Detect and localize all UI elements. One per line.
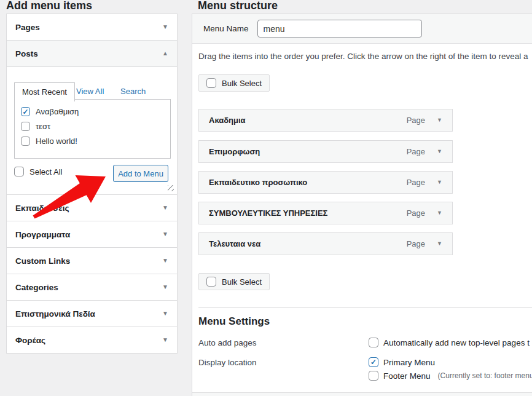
menu-item-row[interactable]: Ακαδημια Page ▼ xyxy=(198,109,453,132)
menu-item-title: Εκπαιδευτικο προσωπικο xyxy=(209,178,307,187)
bulk-select-label: Bulk Select xyxy=(222,79,262,88)
bulk-select-checkbox[interactable] xyxy=(206,78,216,88)
accordion-foreas[interactable]: Φορέας ▼ xyxy=(7,327,177,353)
chevron-down-icon: ▼ xyxy=(162,337,168,343)
accordion-label: Προγραμματα xyxy=(15,230,70,239)
auto-add-checkbox[interactable] xyxy=(369,338,378,347)
post-list-item[interactable]: Hello world! xyxy=(15,137,170,146)
primary-menu-option[interactable]: ✓ Primary Menu xyxy=(369,357,435,367)
tab-view-all[interactable]: View All xyxy=(76,87,104,96)
chevron-down-icon: ▼ xyxy=(162,24,168,30)
tab-most-recent[interactable]: Most Recent xyxy=(14,82,75,101)
chevron-down-icon[interactable]: ▼ xyxy=(437,117,442,123)
resize-handle-icon[interactable] xyxy=(168,185,174,191)
check-icon: ✓ xyxy=(22,108,28,116)
menu-name-input[interactable] xyxy=(257,20,422,38)
menu-item-type: Page xyxy=(407,147,425,156)
chevron-down-icon[interactable]: ▼ xyxy=(437,180,442,185)
most-recent-posts-list: ✓ Αναβαθμιση τεστ Hello world! xyxy=(14,99,171,159)
panel-footer xyxy=(192,392,532,396)
menu-item-title: Επιμορφωση xyxy=(209,147,260,156)
post-label[interactable]: Αναβαθμιση xyxy=(36,107,79,116)
add-to-menu-button[interactable]: Add to Menu xyxy=(113,165,168,182)
add-menu-items-panel: Pages ▼ Posts ▲ Most Recent View All Sea… xyxy=(6,14,178,354)
posts-panel-content: Most Recent View All Search ✓ Αναβαθμιση… xyxy=(7,66,177,194)
divider xyxy=(198,307,532,308)
accordion-label: Posts xyxy=(15,49,38,58)
accordion-label: Φορέας xyxy=(15,336,45,345)
chevron-down-icon: ▼ xyxy=(162,284,168,290)
auto-add-pages-label: Auto add pages xyxy=(198,338,369,347)
bulk-select-checkbox[interactable] xyxy=(206,277,216,287)
footer-menu-label[interactable]: Footer Menu xyxy=(383,371,431,381)
page-title-add-menu-items: Add menu items xyxy=(6,0,92,12)
menu-item-row[interactable]: ΣΥΜΒΟΥΛΕΥΤΙΚΕΣ ΥΠΗΡΕΣΙΕΣ Page ▼ xyxy=(198,202,453,224)
menu-item-type: Page xyxy=(407,116,425,125)
bulk-select-toggle[interactable]: Bulk Select xyxy=(198,74,270,92)
page-title-menu-structure: Menu structure xyxy=(198,0,278,12)
menu-item-title: Ακαδημια xyxy=(209,116,246,125)
post-label[interactable]: τεστ xyxy=(36,122,50,131)
display-location-row: Display location ✓ Primary Menu xyxy=(198,357,435,367)
chevron-down-icon: ▼ xyxy=(162,205,168,211)
select-all-checkbox[interactable] xyxy=(14,167,24,176)
menu-item-title: ΣΥΜΒΟΥΛΕΥΤΙΚΕΣ ΥΠΗΡΕΣΙΕΣ xyxy=(209,208,327,218)
select-all-row[interactable]: Select All xyxy=(14,167,62,176)
accordion-programmata[interactable]: Προγραμματα ▼ xyxy=(7,221,177,247)
primary-menu-checkbox[interactable]: ✓ xyxy=(369,357,378,367)
bulk-select-toggle[interactable]: Bulk Select xyxy=(198,273,270,290)
post-checkbox[interactable] xyxy=(21,137,30,146)
menu-item-row[interactable]: Επιμορφωση Page ▼ xyxy=(198,140,453,163)
chevron-down-icon[interactable]: ▼ xyxy=(437,241,442,247)
accordion-label: Custom Links xyxy=(15,256,70,266)
menu-structure-panel: Menu Name Drag the items into the order … xyxy=(192,14,532,396)
accordion-epistimonika-pedia[interactable]: Επιστημονικά Πεδία ▼ xyxy=(7,300,177,327)
menu-item-row[interactable]: Εκπαιδευτικο προσωπικο Page ▼ xyxy=(198,171,453,194)
post-list-item[interactable]: ✓ Αναβαθμιση xyxy=(15,107,170,116)
display-location-label: Display location xyxy=(198,357,369,367)
auto-add-pages-row: Auto add pages Automatically add new top… xyxy=(198,338,530,347)
menu-name-header: Menu Name xyxy=(192,14,532,44)
tab-search[interactable]: Search xyxy=(120,87,146,96)
post-list-item[interactable]: τεστ xyxy=(15,122,170,131)
spacer xyxy=(198,371,369,371)
accordion-pages[interactable]: Pages ▼ xyxy=(7,14,177,40)
primary-menu-label[interactable]: Primary Menu xyxy=(383,358,435,367)
bulk-select-label: Bulk Select xyxy=(222,277,262,287)
auto-add-option-label[interactable]: Automatically add new top-level pages t xyxy=(383,338,530,347)
check-icon: ✓ xyxy=(370,358,377,366)
chevron-up-icon: ▲ xyxy=(162,50,168,57)
menu-item-type: Page xyxy=(407,239,425,248)
accordion-label: Εκπαιδευσεις xyxy=(15,204,69,213)
post-checkbox[interactable] xyxy=(21,122,30,131)
drag-hint-text: Drag the items into the order you prefer… xyxy=(198,52,528,61)
accordion-categories[interactable]: Categories ▼ xyxy=(7,274,177,300)
chevron-down-icon: ▼ xyxy=(162,311,168,317)
chevron-down-icon[interactable]: ▼ xyxy=(437,149,442,154)
menu-item-title: Τελευταια νεα xyxy=(209,239,260,248)
menu-item-type: Page xyxy=(407,208,425,218)
accordion-custom-links[interactable]: Custom Links ▼ xyxy=(7,247,177,274)
menu-name-label: Menu Name xyxy=(203,24,249,33)
accordion-label: Επιστημονικά Πεδία xyxy=(15,309,95,319)
footer-menu-checkbox[interactable] xyxy=(369,371,378,381)
accordion-label: Pages xyxy=(15,23,40,32)
accordion-ekpaideuseis[interactable]: Εκπαιδευσεις ▼ xyxy=(7,194,177,221)
auto-add-pages-option[interactable]: Automatically add new top-level pages t xyxy=(369,338,530,347)
menu-item-type: Page xyxy=(407,178,425,187)
menu-settings-heading: Menu Settings xyxy=(198,315,270,328)
chevron-down-icon[interactable]: ▼ xyxy=(437,210,442,216)
menu-item-row[interactable]: Τελευταια νεα Page ▼ xyxy=(198,232,453,255)
post-label[interactable]: Hello world! xyxy=(36,137,77,146)
footer-menu-row: Footer Menu (Currently set to: footer me… xyxy=(198,371,532,381)
chevron-down-icon: ▼ xyxy=(162,231,168,237)
post-checkbox[interactable]: ✓ xyxy=(21,107,30,116)
accordion-label: Categories xyxy=(15,283,58,292)
footer-menu-option[interactable]: Footer Menu (Currently set to: footer me… xyxy=(369,371,532,381)
footer-menu-note: (Currently set to: footer menu) xyxy=(438,371,532,380)
accordion-posts[interactable]: Posts ▲ xyxy=(7,40,177,66)
chevron-down-icon: ▼ xyxy=(162,258,168,264)
select-all-label[interactable]: Select All xyxy=(29,167,62,176)
